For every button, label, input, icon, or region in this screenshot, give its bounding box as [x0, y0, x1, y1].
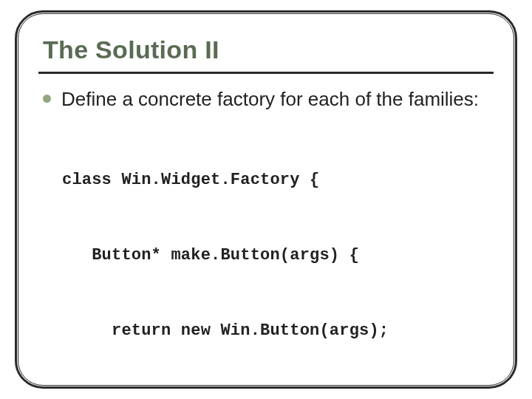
code-line: return new Win.Button(args); [62, 318, 494, 344]
bullet-item: Define a concrete factory for each of th… [38, 87, 494, 112]
code-block: class Win.Widget.Factory { Button* make.… [38, 117, 494, 400]
code-line: class Win.Widget.Factory { [62, 168, 494, 193]
title-divider [38, 72, 494, 74]
slide-title: The Solution II [38, 35, 494, 72]
slide-content: The Solution II Define a concrete factor… [38, 35, 494, 369]
code-line: Button* make.Button(args) { [62, 243, 494, 268]
bullet-icon [43, 95, 51, 103]
slide: The Solution II Define a concrete factor… [0, 0, 532, 399]
bullet-text: Define a concrete factory for each of th… [61, 87, 479, 112]
code-line: } [62, 395, 494, 399]
